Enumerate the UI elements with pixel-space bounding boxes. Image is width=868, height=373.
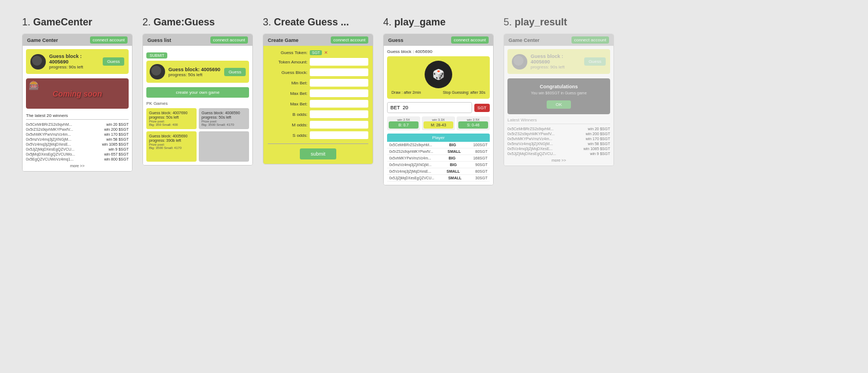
screen3-connect-btn[interactable]: connect account <box>331 36 368 44</box>
congrats-sub: You win $60SGT in Guess game <box>512 91 606 95</box>
input-sodds[interactable] <box>310 131 368 139</box>
screen2-guess-btn[interactable]: Guess <box>224 68 246 76</box>
big-globe-icon <box>425 61 452 88</box>
screen5-guess-btn[interactable]: Guess <box>584 57 606 66</box>
player-row-5: 0x5JjZjMqDXesEgQZVCU... SMALL 30SGT <box>387 175 490 182</box>
stop-label: Stop Guessing: after 30s <box>443 90 485 94</box>
input-modds[interactable] <box>310 121 368 129</box>
screen5-more-link[interactable]: more >> <box>507 158 610 162</box>
label-sodds: S odds: <box>268 133 308 138</box>
input-bodds[interactable] <box>310 110 368 118</box>
screen1-phone: Game Center connect account Guess block … <box>22 34 133 172</box>
screen4-wrapper: 4. play_game Guess connect account Guess… <box>383 17 494 185</box>
pk-card-0[interactable]: Guess block: 4007690 progress: 50s left … <box>146 108 197 129</box>
label-block: Guess Block: <box>268 70 308 75</box>
screen1-body: Guess block : 4005690 progress: 90s left… <box>23 46 132 171</box>
screen3-submit-btn[interactable]: submit <box>300 148 337 159</box>
token-remove-icon[interactable]: ✕ <box>324 50 328 55</box>
screen2-title: 2. Game:Guess <box>142 17 215 28</box>
screen2-phone: Guess list connect account SUBMIT Guess … <box>142 34 253 166</box>
form-row-maxbet: Max Bet: <box>268 89 368 97</box>
screen5-connect-btn[interactable]: connect account <box>571 36 609 44</box>
winner-row-4: 0x5Vz4mq3jZjMqDXesE... win 1085 $SGT <box>26 142 129 147</box>
screen1-connect-btn[interactable]: connect account <box>90 36 128 44</box>
pk-grid: Guess block: 4007690 progress: 50s left … <box>146 108 249 162</box>
input-amount[interactable] <box>310 58 368 66</box>
screen2-wrapper: 2. Game:Guess Guess list connect account… <box>142 17 253 166</box>
screen2-connect-btn[interactable]: connect account <box>210 36 248 44</box>
more-link[interactable]: more >> <box>26 164 129 168</box>
pk-card-2-bigsmall: Big: 3500 Small: 4170 <box>149 146 194 150</box>
screen4-connect-btn[interactable]: connect account <box>451 36 489 44</box>
pk-card-1-bigsmall: Big: 3500 Small: 4170 <box>202 123 246 126</box>
screen5-header: Game Center connect account <box>504 34 613 46</box>
form-row-bodds: B odds: <box>268 110 368 118</box>
submit-tag: SUBMIT <box>146 52 167 58</box>
label-minbet: Min Bet: <box>268 81 308 86</box>
winner-row-7: 0x5EgQZVCUWoVz4mq1... win 800 $SGT <box>26 157 129 162</box>
player-section: Player 0x5CeMrBRrZS2s9qvhM... BIG 100SGT… <box>387 134 490 182</box>
input-maxbet[interactable] <box>310 89 368 97</box>
pk-card-0-progress: progress: 50s left <box>149 115 194 119</box>
player-row-4: 0x5Vz4mq3jZjMqDXesE... SMALL 80SGT <box>387 168 490 175</box>
screen3-wrapper: 3. Create Guess ... Create Game connect … <box>263 17 373 164</box>
input-minbet[interactable] <box>310 79 368 87</box>
pk-games-title: PK Games <box>146 101 249 106</box>
pk-card-0-block: Guess block: 4007690 <box>149 111 194 115</box>
small-bet-btn[interactable]: S: 0-46 <box>458 121 488 129</box>
screen3-phone: Create Game connect account Guess Token:… <box>263 34 373 164</box>
screen1-block-label: Guess block : 4005690 <box>49 54 99 65</box>
input-maxbet2[interactable] <box>310 100 368 108</box>
odds-card-big: win 2.5X B: 0.7 <box>387 116 420 130</box>
screen3-header: Create Game connect account <box>263 34 373 46</box>
odds-card-mid: win 3.3X M: 28-43 <box>422 116 455 130</box>
congrats-ok-btn[interactable]: OK <box>547 100 571 109</box>
s5-winner-row-0: 0x5CeMrBRrZS2s9qvhM... win 20 $SGT <box>507 126 610 131</box>
screen5-app-title: Game Center <box>509 38 539 43</box>
congrats-overlay: Congratulations You win $60SGT in Guess … <box>507 78 610 114</box>
screen1-guess-btn[interactable]: Guess <box>103 57 124 66</box>
label-modds: M odds: <box>268 122 308 127</box>
screen4-phone: Guess connect account Guess block : 4005… <box>383 34 494 185</box>
s5-winner-row-4: 0x5Vz4mq3jZjMqDXesE... win 1085 $SGT <box>507 146 610 151</box>
player-row-0: 0x5CeMrBRrZS2s9qvhM... BIG 100SGT <box>387 142 490 148</box>
odds-card-small: win 2.5X S: 0-46 <box>457 116 490 130</box>
label-amount: Token Amount: <box>268 60 308 65</box>
s5-winner-row-1: 0x5rZS2s9qvhMKYPwxfV... win 200 $SGT <box>507 131 610 136</box>
s5-winner-row-3: 0x5mzVz4mq3jZjXNGjM... win 58 $SGT <box>507 141 610 146</box>
globe-icon-1 <box>30 54 46 70</box>
form-row-amount: Token Amount: <box>268 58 368 66</box>
create-game-btn[interactable]: create your own game <box>146 87 249 98</box>
congrats-title: Congratulations <box>512 84 606 89</box>
screen2-progress-box: Guess block: 4005690 progress: 50s left … <box>146 61 249 83</box>
screen4-block-label: Guess block : 4005690 <box>387 49 490 54</box>
pk-card-1[interactable]: Guess block: 4008590 progress: 50s left … <box>199 108 249 129</box>
pk-card-3[interactable] <box>199 131 249 162</box>
form-row-block: Guess Block: <box>268 68 368 76</box>
draw-label: Draw : after 2min <box>391 90 421 94</box>
pk-card-2[interactable]: Guess block: 4005690 progress: 390b left… <box>146 131 197 162</box>
label-maxbet: Max Bet: <box>268 91 308 96</box>
timer-row: Draw : after 2min Stop Guessing: after 3… <box>391 90 485 94</box>
screen4-title: 4. play_game <box>383 17 446 28</box>
pk-card-1-block: Guess block: 4008590 <box>202 111 246 115</box>
s5-winner-row-2: 0x5vhMKYPwVmzVz4m... win 170 $SGT <box>507 136 610 141</box>
big-bet-btn[interactable]: B: 0.7 <box>389 121 419 129</box>
player-row-1: 0x5rZS2s9qvhMKYPwxfV... SMALL 80SGT <box>387 148 490 155</box>
screen5-phone: Game Center connect account Guess block … <box>504 34 614 166</box>
s5-winner-row-5: 0x5JjZjMqDXesEgQZVCU... win 9 $SGT <box>507 151 610 156</box>
winner-row-3: 0x5mzVz4mq3jZjXNGjM... win 58 $SGT <box>26 137 129 142</box>
odds-row: win 2.5X B: 0.7 win 3.3X M: 28-43 win 2.… <box>387 116 490 130</box>
form-row-modds: M odds: <box>268 121 368 129</box>
coming-soon-text: Coming soon <box>52 89 102 98</box>
slot-icon: 🎰 <box>29 80 40 90</box>
input-block[interactable] <box>310 68 368 76</box>
screen5-progress-box: Guess block : 4005690 progress: 90s left… <box>507 49 610 74</box>
screen2-progress-info: Guess block: 4005690 progress: 50s left <box>168 67 221 77</box>
sgt-button[interactable]: SGT <box>474 104 490 112</box>
mid-bet-btn[interactable]: M: 28-43 <box>424 121 453 129</box>
player-row-2: 0x5vhMKYPwVmzVz4m... BIG 168SGT <box>387 155 490 162</box>
bet-input[interactable] <box>387 102 472 113</box>
player-row-3: 0x5mzVz4mq3jZjXNGjM... BIG 90SGT <box>387 162 490 168</box>
pk-card-2-progress: progress: 390b left <box>149 138 194 142</box>
